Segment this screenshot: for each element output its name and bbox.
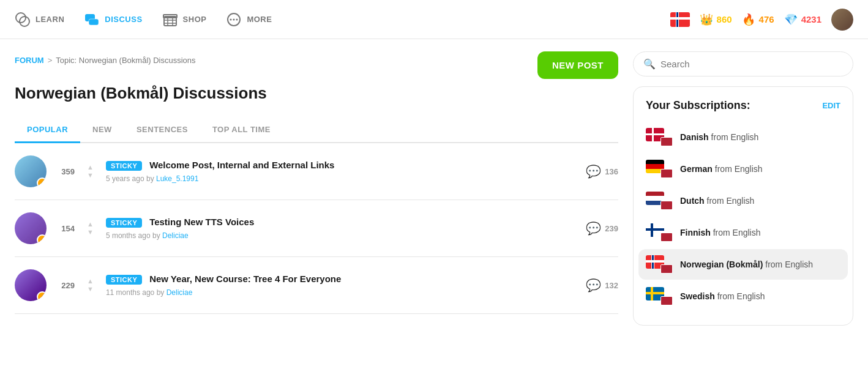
subscription-item-finnish[interactable]: Finnish from English xyxy=(638,217,848,248)
comment-bubble-icon: 💬 xyxy=(586,221,601,236)
comment-count: 132 xyxy=(605,281,618,290)
subscription-flags-swedish xyxy=(646,287,673,305)
post-comments: 💬 136 xyxy=(586,164,618,179)
subscriptions-card: Your Subscriptions: EDIT Danish from Eng… xyxy=(633,86,853,326)
subscription-flags-dutch xyxy=(646,192,673,210)
subscriptions-header: Your Subscriptions: EDIT xyxy=(646,99,840,112)
vote-arrows: ▲ ▼ xyxy=(87,163,94,179)
gems-value: 860 xyxy=(717,14,732,24)
subscription-flags-german xyxy=(646,160,673,178)
streak-stat: 🔥 476 xyxy=(742,13,774,26)
shop-label: SHOP xyxy=(183,15,207,24)
sticky-badge: STICKY xyxy=(106,161,142,171)
tab-top-all-time[interactable]: TOP ALL TIME xyxy=(200,118,283,143)
shop-icon xyxy=(162,12,178,28)
post-list: 359 ▲ ▼ STICKY Welcome Post, Internal an… xyxy=(15,143,618,314)
comment-bubble-icon: 💬 xyxy=(586,164,601,179)
search-bar: 🔍 xyxy=(633,51,853,77)
subscription-item-norwegian[interactable]: Norwegian (Bokmål) from English xyxy=(638,249,848,280)
post-author[interactable]: Luke_5.1991 xyxy=(156,174,198,183)
post-score: 154 xyxy=(56,224,75,233)
vote-arrows: ▲ ▼ xyxy=(87,220,94,236)
gems-stat: 👑 860 xyxy=(700,13,732,26)
fire-icon: 🔥 xyxy=(742,13,755,26)
post-avatar xyxy=(15,155,47,187)
post-time: 11 months ago xyxy=(106,288,154,297)
post-score: 229 xyxy=(56,281,75,290)
tab-popular[interactable]: POPULAR xyxy=(15,118,80,143)
user-avatar[interactable] xyxy=(831,9,853,31)
nav-shop[interactable]: SHOP xyxy=(162,12,207,28)
tabs-bar: POPULAR NEW SENTENCES TOP ALL TIME xyxy=(15,118,618,143)
navbar: LEARN DISCUSS xyxy=(0,0,868,39)
post-meta: 11 months ago by Deliciae xyxy=(106,288,576,297)
upvote-arrow[interactable]: ▲ xyxy=(87,163,94,171)
subscription-label-swedish: Swedish from English xyxy=(680,291,765,301)
post-meta: 5 months ago by Deliciae xyxy=(106,231,576,240)
post-time: 5 years ago xyxy=(106,174,144,183)
gem-icon: 💎 xyxy=(784,13,798,26)
streak-value: 476 xyxy=(759,14,774,24)
more-label: MORE xyxy=(247,15,272,24)
post-content: STICKY Welcome Post, Internal and Extern… xyxy=(106,160,576,183)
downvote-arrow[interactable]: ▼ xyxy=(87,171,94,179)
svg-point-14 xyxy=(236,18,238,20)
nav-more[interactable]: MORE xyxy=(226,12,272,28)
content-area: FORUM > Topic: Norwegian (Bokmål) Discus… xyxy=(15,51,618,335)
learn-icon xyxy=(15,12,31,28)
xp-value: 4231 xyxy=(801,14,821,24)
breadcrumb-forum-link[interactable]: FORUM xyxy=(15,56,44,65)
subscriptions-title: Your Subscriptions: xyxy=(646,99,750,112)
usa-flag-overlay xyxy=(660,264,673,274)
downvote-arrow[interactable]: ▼ xyxy=(87,228,94,236)
post-title[interactable]: Testing New TTS Voices xyxy=(149,217,254,227)
post-author[interactable]: Deliciae xyxy=(162,231,189,240)
vote-arrows: ▲ ▼ xyxy=(87,277,94,293)
discuss-label: DISCUSS xyxy=(105,15,142,24)
search-input[interactable] xyxy=(660,59,843,69)
post-content: STICKY New Year, New Course: Tree 4 For … xyxy=(106,274,576,297)
list-item: 154 ▲ ▼ STICKY Testing New TTS Voices 5 … xyxy=(15,200,618,257)
tab-sentences[interactable]: SENTENCES xyxy=(124,118,200,143)
usa-flag-overlay xyxy=(660,169,673,178)
subscription-flags-finnish xyxy=(646,223,673,242)
edit-link[interactable]: EDIT xyxy=(822,101,840,110)
sidebar: 🔍 Your Subscriptions: EDIT Danish f xyxy=(633,51,853,335)
post-title[interactable]: Welcome Post, Internal and External Link… xyxy=(149,160,334,170)
subscription-item-dutch[interactable]: Dutch from English xyxy=(638,185,848,216)
subscription-label-german: German from English xyxy=(680,164,763,174)
xp-stat: 💎 4231 xyxy=(784,13,821,26)
svg-point-13 xyxy=(233,18,235,20)
upvote-arrow[interactable]: ▲ xyxy=(87,277,94,285)
svg-rect-3 xyxy=(89,19,99,25)
language-flag[interactable] xyxy=(670,12,690,27)
post-avatar xyxy=(15,269,47,301)
breadcrumb-separator: > xyxy=(48,56,53,65)
post-title[interactable]: New Year, New Course: Tree 4 For Everyon… xyxy=(149,274,341,284)
svg-point-12 xyxy=(230,18,232,20)
sticky-badge: STICKY xyxy=(106,275,142,285)
usa-flag-overlay xyxy=(660,137,673,146)
subscription-item-danish[interactable]: Danish from English xyxy=(638,122,848,152)
upvote-arrow[interactable]: ▲ xyxy=(87,220,94,228)
subscription-label-norwegian: Norwegian (Bokmål) from English xyxy=(680,259,813,269)
tab-new[interactable]: NEW xyxy=(80,118,124,143)
list-item: 359 ▲ ▼ STICKY Welcome Post, Internal an… xyxy=(15,143,618,200)
nav-discuss[interactable]: DISCUSS xyxy=(84,12,142,28)
new-post-button[interactable]: NEW POST xyxy=(537,51,618,79)
subscription-flags-norwegian xyxy=(646,255,673,274)
subscription-label-dutch: Dutch from English xyxy=(680,196,754,206)
comment-bubble-icon: 💬 xyxy=(586,278,601,293)
nav-learn[interactable]: LEARN xyxy=(15,12,64,28)
content-header: FORUM > Topic: Norwegian (Bokmål) Discus… xyxy=(15,51,618,79)
subscription-item-swedish[interactable]: Swedish from English xyxy=(638,281,848,312)
page-title: Norwegian (Bokmål) Discussions xyxy=(15,84,618,103)
search-icon: 🔍 xyxy=(643,58,656,70)
downvote-arrow[interactable]: ▼ xyxy=(87,285,94,293)
usa-flag-overlay xyxy=(660,233,673,242)
subscription-item-german[interactable]: German from English xyxy=(638,154,848,184)
subscription-label-finnish: Finnish from English xyxy=(680,228,760,237)
post-author[interactable]: Deliciae xyxy=(166,288,193,297)
sticky-badge: STICKY xyxy=(106,218,142,228)
nav-items: LEARN DISCUSS xyxy=(15,12,670,28)
